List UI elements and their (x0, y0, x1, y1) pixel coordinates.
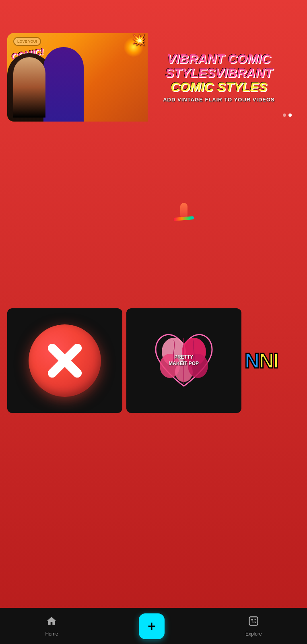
banner-subtitle: ADD VINTAGE FLAIR TO YOUR VIDEOS (148, 97, 290, 103)
heart-element: PRETTY MAKEIT POP (152, 328, 216, 393)
explore-label: Explore (245, 631, 262, 637)
template-grid: This is for ReelsReels for you Demo Thre… (7, 153, 300, 279)
heart-text-overlay: PRETTY MAKEIT POP (168, 354, 200, 367)
promotional-banner[interactable]: LOVE YOU! 💥 COMIC! VIBRANT Comic StylesV… (7, 33, 300, 122)
template-section: Template More ► (0, 133, 307, 279)
banner-text-content: VIBRANT Comic StylesVIBRANTComic Styles … (7, 44, 300, 111)
partial-bot (245, 241, 278, 270)
svg-rect-5 (249, 617, 258, 625)
x-mark-element (45, 341, 85, 381)
bottom-navigation: Home + Explore (0, 608, 307, 644)
nav-home[interactable]: Home (35, 612, 68, 640)
banner-dots (283, 114, 292, 117)
banner-dot-2 (288, 114, 292, 117)
nic-letters: NNI (245, 349, 278, 373)
sticker-card-x (7, 308, 122, 413)
explore-icon (248, 615, 259, 630)
plus-icon: + (148, 619, 156, 634)
sticker-card-heart: PRETTY MAKEIT POP (126, 308, 241, 413)
template-card-partial: This isReels t... (245, 153, 278, 270)
nav-explore[interactable]: Explore (236, 612, 272, 640)
home-icon (46, 615, 57, 630)
create-button[interactable]: + (139, 613, 165, 639)
sticker-item-heart[interactable]: PRETTY MAKEIT POP Beautiful Cosmetics El… (126, 308, 241, 423)
red-circle-element (29, 324, 101, 397)
svg-point-6 (251, 619, 253, 621)
banner-dot-1 (283, 114, 286, 117)
sticker-item-red-x[interactable]: Fun 3D Arrow Element 26 (7, 308, 122, 423)
banner-title: VIBRANT Comic StylesVIBRANTComic Styles (148, 52, 290, 95)
home-label: Home (45, 631, 58, 637)
template-item-partial[interactable]: This isReels t... Three Split Scre... (245, 153, 278, 279)
